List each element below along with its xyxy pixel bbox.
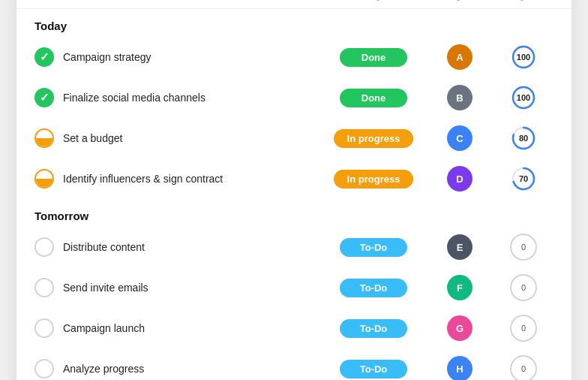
progress-col: 0 <box>494 355 554 380</box>
avatar: G <box>447 315 472 341</box>
progress-circle: 100 <box>510 44 537 71</box>
badge: Done <box>340 48 407 67</box>
table-header: Title Stage Assignees Progress <box>16 0 572 9</box>
check-todo-icon <box>34 278 54 297</box>
progress-value: 100 <box>517 53 530 62</box>
progress-circle: 80 <box>510 125 537 152</box>
badge: Done <box>340 89 407 107</box>
task-title: Identify influencers & sign contract <box>63 173 321 185</box>
stage-badge: To-Do <box>321 279 426 297</box>
stage-badge: To-Do <box>321 319 426 338</box>
col-stage-header: Stage <box>321 0 426 1</box>
task-row[interactable]: Campaign launch To-Do G 0 <box>16 308 572 348</box>
section-today: Today ✓ Campaign strategy Done A 100 ✓ <box>16 9 572 199</box>
progress-col: 100 <box>494 44 554 71</box>
avatar: C <box>447 125 472 151</box>
col-progress-header: Progress <box>494 0 554 1</box>
col-title-header: Title <box>34 0 321 1</box>
section-label: Tomorrow <box>16 199 572 227</box>
task-title: Analyze progress <box>63 363 321 375</box>
task-title: Campaign strategy <box>63 51 321 63</box>
progress-circle: 100 <box>510 84 537 111</box>
stage-badge: Done <box>321 48 426 67</box>
task-list: Today ✓ Campaign strategy Done A 100 ✓ <box>16 9 572 380</box>
progress-col: 0 <box>494 234 554 261</box>
assignee-col: B <box>426 85 494 110</box>
progress-value: 70 <box>519 174 528 183</box>
avatar: H <box>447 356 472 380</box>
progress-circle: 70 <box>510 165 537 192</box>
stage-badge: In progress <box>321 129 426 148</box>
avatar: B <box>447 85 472 110</box>
task-row[interactable]: Set a budget In progress C 80 <box>16 118 572 158</box>
badge: To-Do <box>340 238 407 257</box>
avatar: E <box>447 234 472 260</box>
task-row[interactable]: Send invite emails To-Do F 0 <box>16 267 572 308</box>
task-title: Distribute content <box>63 241 321 253</box>
avatar: F <box>447 275 472 300</box>
stage-badge: In progress <box>321 170 426 188</box>
task-row[interactable]: ✓ Campaign strategy Done A 100 <box>16 37 572 77</box>
assignee-col: H <box>426 356 494 380</box>
progress-col: 70 <box>494 165 554 192</box>
avatar: D <box>447 166 472 192</box>
check-todo-icon <box>34 237 54 257</box>
progress-col: 80 <box>494 125 554 152</box>
assignee-col: E <box>426 234 494 260</box>
avatar: A <box>447 44 472 70</box>
check-done-icon: ✓ <box>34 88 54 107</box>
section-label: Today <box>16 9 572 37</box>
assignee-col: D <box>426 166 494 192</box>
progress-zero: 0 <box>510 355 537 380</box>
badge: To-Do <box>340 319 407 338</box>
progress-col: 0 <box>494 274 554 301</box>
col-assignees-header: Assignees <box>426 0 494 1</box>
progress-value: 100 <box>517 93 530 102</box>
task-row[interactable]: Distribute content To-Do E 0 <box>16 227 572 267</box>
main-card: Title Stage Assignees Progress Today ✓ C… <box>16 0 572 380</box>
badge: To-Do <box>340 279 407 297</box>
progress-zero: 0 <box>510 315 537 342</box>
progress-col: 0 <box>494 315 554 342</box>
stage-badge: To-Do <box>321 360 426 378</box>
check-inprogress-icon <box>34 128 54 148</box>
task-row[interactable]: ✓ Finalize social media channels Done B … <box>16 77 572 118</box>
progress-value: 80 <box>519 134 528 143</box>
check-todo-icon <box>34 318 54 338</box>
section-tomorrow: Tomorrow Distribute content To-Do E 0 Se… <box>16 199 572 380</box>
progress-col: 100 <box>494 84 554 111</box>
check-done-icon: ✓ <box>34 47 54 67</box>
check-todo-icon <box>34 359 54 378</box>
stage-badge: Done <box>321 89 426 107</box>
task-title: Set a budget <box>63 132 321 144</box>
assignee-col: F <box>426 275 494 300</box>
badge: To-Do <box>340 360 407 378</box>
task-title: Campaign launch <box>63 322 321 334</box>
assignee-col: C <box>426 125 494 151</box>
task-title: Send invite emails <box>63 282 321 294</box>
stage-badge: To-Do <box>321 238 426 257</box>
assignee-col: G <box>426 315 494 341</box>
task-row[interactable]: Analyze progress To-Do H 0 <box>16 348 572 380</box>
progress-zero: 0 <box>510 234 537 261</box>
check-inprogress-icon <box>34 169 54 188</box>
badge: In progress <box>334 129 414 148</box>
task-row[interactable]: Identify influencers & sign contract In … <box>16 158 572 199</box>
badge: In progress <box>334 170 414 188</box>
progress-zero: 0 <box>510 274 537 301</box>
task-title: Finalize social media channels <box>63 92 321 104</box>
assignee-col: A <box>426 44 494 70</box>
